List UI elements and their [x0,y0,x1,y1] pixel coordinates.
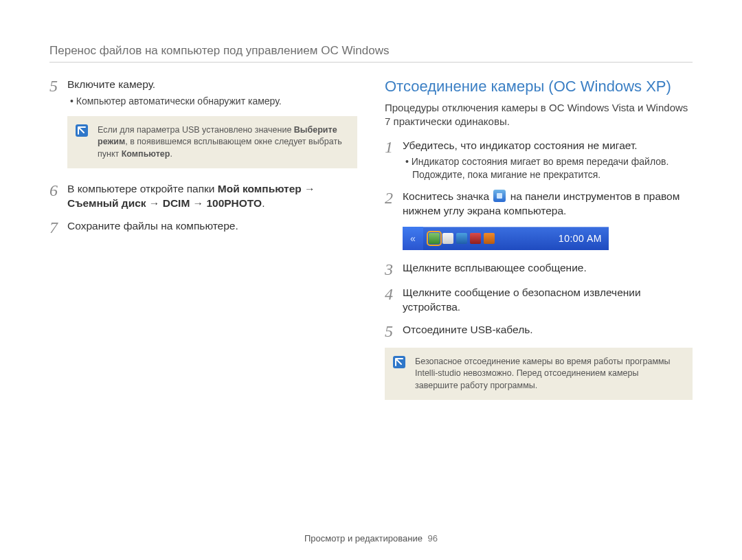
step-number: 7 [49,219,67,236]
content-columns: 5 Включите камеру. Компьютер автоматичес… [49,78,693,517]
step-text: В компьютере откройте папки Мой компьюте… [67,182,357,211]
step-number: 5 [385,323,403,339]
step-6-suffix: . [262,197,265,209]
footer-page-number: 96 [428,533,438,544]
safely-remove-icon [493,190,506,202]
step-2: 2 Коснитесь значка на панели инструменто… [385,190,693,219]
step-4: 4 Щелкните сообщение о безопасном извлеч… [385,286,693,315]
tray-speaker-icon [470,233,481,244]
right-column: Отсоединение камеры (ОС Windows XP) Проц… [385,78,693,517]
step-text: Отсоедините USB-кабель. [403,323,693,337]
note-text: Безопасное отсоединение камеры во время … [415,357,671,390]
arrow: → [302,183,315,194]
section-intro: Процедуры отключения камеры в ОС Windows… [385,101,693,129]
tray-monitor-icon [456,233,467,244]
step-bullet: Компьютер автоматически обнаружит камеру… [67,95,357,108]
step-2-pre: Коснитесь значка [403,190,492,202]
path-removable-disk: Съемный диск [67,197,146,209]
note-box-usb: Если для параметра USB установлено значе… [67,116,357,169]
step-6: 6 В компьютере откройте папки Мой компью… [49,182,357,211]
note-box-intelli-studio: Безопасное отсоединение камеры во время … [385,348,693,401]
page-header-title: Перенос файлов на компьютер под управлен… [49,44,693,58]
note-text-pre: Если для параметра USB установлено значе… [98,125,294,135]
tray-shield-icon [484,233,495,244]
step-main-text: Включите камеру. [67,78,155,90]
windows-xp-taskbar: 10:00 AM [403,227,609,250]
arrow: → [146,197,163,209]
step-text: Щелкните сообщение о безопасном извлечен… [403,286,693,315]
arrow: → [190,197,206,209]
step-number: 2 [385,190,403,206]
note-icon [76,124,88,137]
note-bold-2: Компьютер [122,149,170,159]
step-bullet: Индикатор состояния мигает во время пере… [403,155,693,181]
step-3: 3 Щелкните всплывающее сообщение. [385,261,693,278]
step-text: Коснитесь значка на панели инструментов … [403,190,693,219]
page-footer: Просмотр и редактирование 96 [49,517,693,544]
note-text-suffix: . [170,149,172,159]
step-text: Убедитесь, что индикатор состояния не ми… [403,139,693,182]
footer-section: Просмотр и редактирование [304,533,423,544]
step-5b: 5 Отсоедините USB-кабель. [385,323,693,339]
note-icon [393,356,405,368]
step-number: 1 [385,139,403,155]
step-1: 1 Убедитесь, что индикатор состояния не … [385,139,693,182]
step-text: Щелкните всплывающее сообщение. [403,261,693,276]
step-7: 7 Сохраните файлы на компьютере. [49,219,357,236]
step-text: Включите камеру. Компьютер автоматически… [67,78,357,108]
step-number: 5 [49,78,67,94]
system-tray [423,233,500,244]
step-number: 4 [385,286,403,302]
path-my-computer: Мой компьютер [218,183,302,194]
step-5: 5 Включите камеру. Компьютер автоматичес… [49,78,357,108]
taskbar-clock: 10:00 AM [500,233,609,244]
tray-check-icon [442,233,453,244]
step-number: 3 [385,261,403,278]
tray-eject-icon [429,233,440,244]
path-100photo: 100PHOTO [206,197,262,209]
step-number: 6 [49,182,67,199]
page: Перенос файлов на компьютер под управлен… [0,0,742,560]
step-6-pre: В компьютере откройте папки [67,183,218,194]
path-dcim: DCIM [163,197,190,209]
left-column: 5 Включите камеру. Компьютер автоматичес… [49,78,357,517]
header-divider [49,62,693,63]
taskbar-expand-icon [403,227,423,250]
step-main-text: Убедитесь, что индикатор состояния не ми… [403,139,638,151]
section-heading: Отсоединение камеры (ОС Windows XP) [385,78,693,96]
step-text: Сохраните файлы на компьютере. [67,219,357,234]
